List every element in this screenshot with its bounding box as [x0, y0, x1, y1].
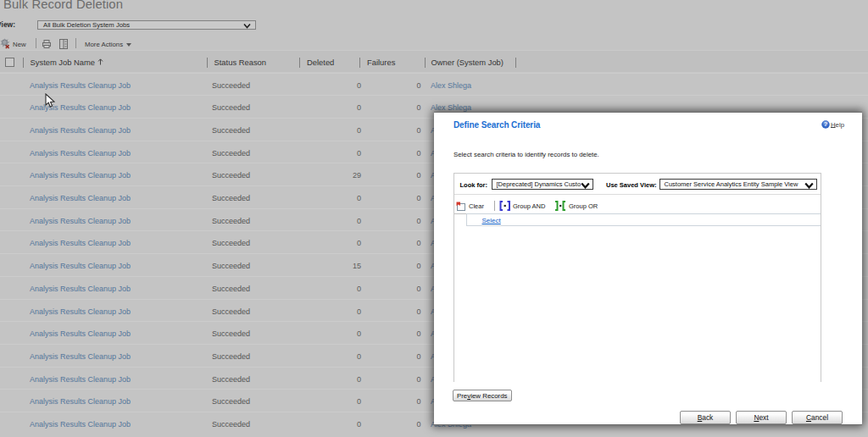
svg-text:?: ? [824, 120, 828, 128]
